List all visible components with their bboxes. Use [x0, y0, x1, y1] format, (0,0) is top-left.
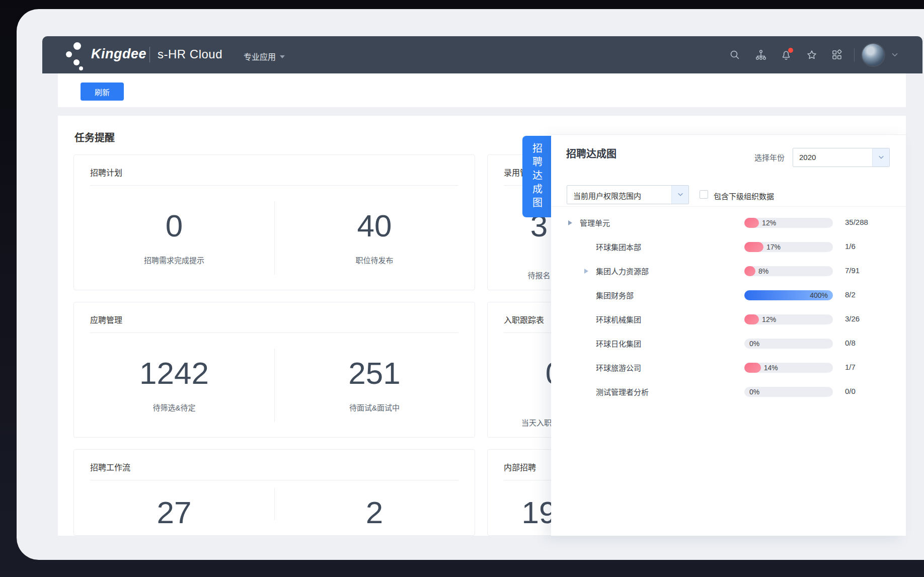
favorites-star-icon[interactable]	[806, 49, 818, 61]
top-navbar: Kingdee s-HR Cloud 专业应用	[42, 36, 922, 73]
stat-value: 27	[74, 494, 274, 531]
progress-percent: 0%	[749, 340, 759, 348]
progress-ratio: 0/0	[845, 387, 856, 395]
chevron-down-icon	[280, 55, 285, 58]
progress-percent: 12%	[762, 219, 776, 227]
progress-fill	[744, 242, 763, 252]
progress-ratio: 35/288	[845, 218, 868, 226]
include-sub-org-checkbox[interactable]	[700, 190, 708, 199]
achievement-panel-tab[interactable]: 招聘达成图	[522, 136, 552, 217]
refresh-button[interactable]: 刷新	[81, 83, 124, 101]
stat-cell[interactable]: 40 职位待发布	[274, 194, 475, 283]
scope-select-value: 当前用户权限范围内	[573, 190, 641, 201]
progress-fill	[744, 266, 755, 276]
org-name: 环球集团本部	[596, 241, 641, 252]
progress-ratio: 8/2	[845, 290, 856, 299]
app-grid-icon[interactable]	[831, 49, 843, 61]
tree-row[interactable]: 测试管理者分析0%0/0	[551, 380, 906, 404]
brand-divider	[149, 47, 150, 62]
card-recruit-plan: 招聘计划 0 招聘需求完成提示 40 职位待发布	[73, 154, 475, 290]
tree-row[interactable]: 环球旅游公司14%1/7	[551, 356, 906, 380]
card-recruit-workflow: 招聘工作流 27 2	[73, 449, 475, 536]
tree-row[interactable]: 集团财务部400%8/2	[551, 283, 906, 307]
tab-label: 招聘达成图	[530, 143, 545, 211]
org-name: 测试管理者分析	[596, 386, 649, 397]
stat-value: 2	[274, 494, 475, 531]
card-title: 应聘管理	[90, 313, 122, 325]
chevron-down-icon	[872, 148, 889, 167]
brand-name: Kingdee	[91, 46, 146, 62]
stat-label: 待面试&面试中	[274, 402, 475, 413]
tree-row[interactable]: 环球日化集团0%0/8	[551, 332, 906, 356]
progress-fill	[744, 363, 761, 373]
progress-ratio: 7/91	[845, 266, 860, 275]
progress-ratio: 1/6	[845, 242, 856, 251]
navbar-divider	[854, 48, 855, 62]
notification-badge	[788, 48, 793, 53]
progress-track	[744, 314, 833, 324]
org-name: 集团人力资源部	[596, 266, 649, 276]
tree-row[interactable]: 集团人力资源部8%7/91	[551, 259, 906, 283]
card-title: 招聘计划	[90, 166, 122, 178]
year-select[interactable]: 2020	[793, 148, 890, 167]
card-title: 招聘工作流	[90, 461, 130, 473]
progress-track	[744, 242, 833, 252]
stat-value: 251	[274, 355, 475, 392]
stat-value: 40	[274, 207, 475, 244]
stat-label: 职位待发布	[274, 255, 475, 265]
user-avatar[interactable]	[862, 44, 884, 66]
checkbox-label: 包含下级组织数据	[714, 191, 774, 201]
org-chart-icon[interactable]	[755, 49, 767, 61]
app-window: Kingdee s-HR Cloud 专业应用	[17, 9, 924, 560]
menu-professional-apps[interactable]: 专业应用	[244, 50, 285, 62]
progress-fill	[744, 314, 759, 324]
product-name: s-HR Cloud	[158, 47, 222, 61]
notification-bell-icon[interactable]	[780, 49, 792, 61]
scope-select[interactable]: 当前用户权限范围内	[567, 185, 689, 204]
org-name: 环球旅游公司	[596, 362, 641, 373]
stat-cell[interactable]: 1242 待筛选&待定	[74, 342, 274, 430]
progress-percent: 0%	[749, 388, 759, 396]
expand-arrow-icon[interactable]	[584, 269, 588, 274]
progress-ratio: 1/7	[845, 363, 856, 371]
chevron-down-icon[interactable]	[890, 50, 899, 59]
stat-label: 待筛选&待定	[74, 402, 274, 413]
org-name: 集团财务部	[596, 290, 634, 300]
progress-track	[744, 363, 833, 373]
progress-ratio: 3/26	[845, 314, 860, 323]
stat-cell[interactable]: 0 招聘需求完成提示	[74, 194, 274, 283]
progress-percent: 12%	[762, 315, 776, 323]
screen: Kingdee s-HR Cloud 专业应用	[0, 0, 924, 577]
progress-percent: 400%	[810, 291, 828, 299]
card-title: 内部招聘	[504, 461, 536, 473]
panel-title: 招聘达成图	[566, 146, 617, 160]
search-icon[interactable]	[729, 49, 741, 61]
year-select-value: 2020	[799, 153, 816, 161]
menu-label: 专业应用	[244, 53, 276, 61]
tree-row[interactable]: 环球机械集团12%3/26	[551, 307, 906, 332]
org-name: 管理单元	[580, 217, 610, 228]
kingdee-logo-icon	[66, 41, 88, 70]
progress-track	[744, 218, 833, 228]
stat-value: 0	[74, 207, 274, 244]
year-select-label: 选择年份	[754, 152, 785, 162]
progress-percent: 8%	[758, 267, 768, 275]
card-title: 入职跟踪表	[504, 313, 544, 325]
tree-row[interactable]: 管理单元12%35/288	[551, 211, 906, 235]
progress-fill	[744, 218, 759, 228]
expand-arrow-icon[interactable]	[568, 220, 572, 225]
org-name: 环球机械集团	[596, 314, 641, 324]
page-title: 任务提醒	[74, 130, 115, 144]
stat-cell[interactable]: 251 待面试&面试中	[274, 342, 475, 430]
org-name: 环球日化集团	[596, 338, 641, 349]
chevron-down-icon	[671, 186, 688, 204]
stat-label: 招聘需求完成提示	[74, 255, 274, 265]
stat-value: 1242	[74, 355, 274, 392]
tree-row[interactable]: 环球集团本部17%1/6	[551, 235, 906, 259]
progress-percent: 14%	[764, 364, 778, 372]
progress-ratio: 0/8	[845, 339, 856, 347]
achievement-panel: 招聘达成图 选择年份 2020 当前用户权限范围内 包含下级组织数据 管理单元1…	[551, 134, 906, 536]
stat-cell[interactable]: 2	[274, 481, 475, 528]
toolbar: 刷新	[58, 73, 906, 107]
stat-cell[interactable]: 27	[74, 481, 274, 528]
